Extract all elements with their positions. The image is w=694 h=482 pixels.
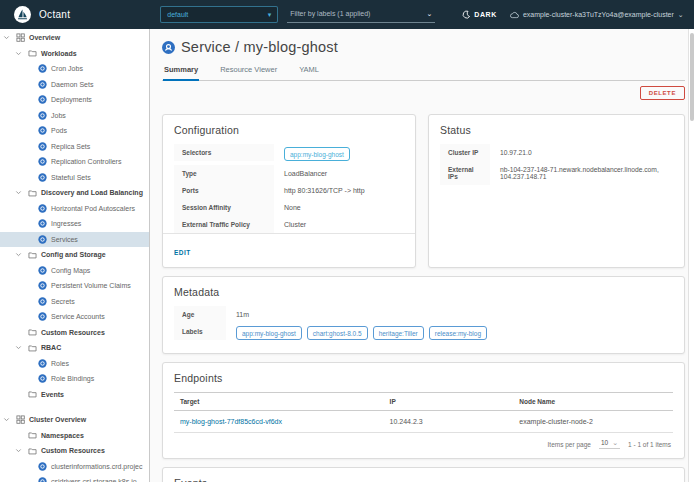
sidebar-item[interactable]: Cluster Overview [0, 412, 149, 428]
items-per-page-dropdown[interactable]: 10 ⌄ [599, 439, 620, 449]
page-title-text: Service / my-blog-ghost [181, 39, 338, 55]
sidebar-item[interactable]: Pods [0, 123, 149, 139]
namespace-dropdown[interactable]: default ▾ [160, 6, 278, 23]
status-row: External IPs nb-104-237-148-71.newark.no… [440, 161, 673, 185]
resource-icon [37, 219, 47, 229]
chevron-down-icon: ⌄ [612, 439, 618, 446]
sidebar-item[interactable]: Secrets [0, 294, 149, 310]
status-value: nb-104-237-148-71.newark.nodebalancer.li… [490, 161, 669, 185]
sidebar-item[interactable]: Replication Controllers [0, 154, 149, 170]
caret-down-icon[interactable] [15, 447, 27, 454]
resource-icon [37, 374, 47, 384]
label-badge[interactable]: release:my-blog [429, 326, 487, 340]
sidebar-item[interactable]: Roles [0, 356, 149, 372]
endpoint-row: my-blog-ghost-77df85c6cd-vf6dx 10.244.2.… [174, 411, 673, 433]
overview-icon [15, 415, 25, 425]
sidebar-item[interactable]: csidrivers.csi.storage.k8s.io [0, 474, 149, 482]
caret-down-icon[interactable] [15, 344, 27, 351]
sidebar-item[interactable]: clusterinformations.crd.projec [0, 459, 149, 475]
endpoint-ip: 10.244.2.3 [384, 411, 514, 433]
endpoints-column-header: Target [174, 393, 384, 411]
config-value: None [274, 199, 311, 216]
sidebar-item[interactable]: Service Accounts [0, 309, 149, 325]
sidebar-item[interactable]: Config Maps [0, 263, 149, 279]
context-selector[interactable]: example-cluster-ka3TuTzYo4a@example-clus… [510, 11, 684, 19]
sidebar-item-label: Horizontal Pod Autoscalers [51, 205, 135, 212]
main-content: Service / my-blog-ghost SummaryResource … [151, 29, 694, 482]
sidebar-item[interactable]: Deployments [0, 92, 149, 108]
sidebar-item[interactable]: RBAC [0, 340, 149, 356]
tab[interactable]: Resource Viewer [219, 65, 278, 80]
sidebar-item[interactable]: Role Bindings [0, 371, 149, 387]
sidebar-item[interactable]: Overview [0, 30, 149, 46]
caret-down-icon[interactable] [15, 50, 27, 57]
sidebar-item-label: Jobs [51, 112, 66, 119]
sidebar-item[interactable]: Custom Resources [0, 443, 149, 459]
tab[interactable]: Summary [163, 65, 199, 81]
sidebar-item[interactable]: Persistent Volume Claims [0, 278, 149, 294]
card-title: Metadata [174, 286, 673, 298]
configuration-table: Selectors app:my-blog-ghost Type LoadBal… [174, 144, 404, 233]
sidebar-item-label: Ingresses [51, 220, 81, 227]
metadata-row: Age 11m [174, 306, 673, 323]
metadata-label: Age [174, 306, 226, 323]
chevron-down-icon: ⌄ [678, 11, 684, 18]
endpoints-header-row: TargetIPNode Name [174, 393, 673, 411]
sidebar-item[interactable]: Replica Sets [0, 139, 149, 155]
sidebar-item[interactable]: Services [0, 232, 149, 248]
config-value: http 80:31626/TCP -> http [274, 182, 375, 199]
sidebar-item-label: Services [51, 236, 78, 243]
caret-down-icon[interactable] [15, 189, 27, 196]
resource-icon [37, 265, 47, 275]
config-value: LoadBalancer [274, 165, 337, 182]
sidebar-item[interactable]: Workloads [0, 46, 149, 62]
metadata-badges: app:my-blog-ghostchart:ghost-8.0.5herita… [226, 323, 497, 344]
folder-icon [27, 446, 37, 456]
label-filter-input[interactable]: Filter by labels (1 applied) ⌄ [287, 6, 435, 23]
folder-icon [27, 430, 37, 440]
configuration-card: Configuration Selectors app:my-blog-ghos… [162, 114, 416, 268]
theme-toggle[interactable]: DARK [462, 10, 497, 19]
app-header: Octant default ▾ Filter by labels (1 app… [0, 0, 694, 29]
folder-icon [27, 327, 37, 337]
sidebar-item-label: Pods [51, 127, 67, 134]
sidebar-item[interactable]: Namespaces [0, 428, 149, 444]
caret-down-icon[interactable] [3, 34, 15, 41]
delete-button[interactable]: DELETE [640, 86, 685, 100]
sidebar-item[interactable]: Config and Storage [0, 247, 149, 263]
scrollbar-thumb[interactable] [690, 33, 694, 121]
items-per-page-label: Items per page [548, 441, 591, 448]
sidebar-item-label: Replication Controllers [51, 158, 121, 165]
sidebar-item[interactable]: Ingresses [0, 216, 149, 232]
sidebar-item[interactable]: Cron Jobs [0, 61, 149, 77]
context-label: example-cluster-ka3TuTzYo4a@example-clus… [523, 11, 674, 18]
navigation-sidebar: Overview Workloads Cron Jobs Daemon Sets… [0, 29, 150, 482]
sidebar-item[interactable]: Custom Resources [0, 325, 149, 341]
sidebar-item[interactable]: Discovery and Load Balancing [0, 185, 149, 201]
label-badge[interactable]: heritage:Tiller [373, 326, 424, 340]
tab-bar: SummaryResource ViewerYAML [162, 65, 685, 81]
app-title: Octant [39, 9, 70, 20]
label-badge[interactable]: chart:ghost-8.0.5 [307, 326, 368, 340]
overview-icon [15, 33, 25, 43]
sidebar-item[interactable]: Horizontal Pod Autoscalers [0, 201, 149, 217]
selector-badge[interactable]: app:my-blog-ghost [284, 147, 350, 161]
tab[interactable]: YAML [298, 65, 320, 80]
sidebar-item[interactable]: Stateful Sets [0, 170, 149, 186]
sidebar-item-label: Workloads [41, 50, 77, 57]
vertical-scrollbar[interactable] [688, 29, 694, 482]
sidebar-item-label: Custom Resources [41, 329, 105, 336]
endpoint-target-link[interactable]: my-blog-ghost-77df85c6cd-vf6dx [180, 418, 282, 425]
label-badge[interactable]: app:my-blog-ghost [236, 326, 302, 340]
caret-down-icon[interactable] [3, 416, 15, 423]
resource-icon [37, 110, 47, 120]
sidebar-item[interactable]: Daemon Sets [0, 77, 149, 93]
metadata-card: Metadata Age 11m Labels app:my-blog-ghos… [162, 276, 685, 354]
edit-link[interactable]: EDIT [174, 249, 191, 256]
chevron-down-icon: ⌄ [426, 10, 432, 17]
resource-icon [37, 141, 47, 151]
sidebar-item[interactable]: Events [0, 387, 149, 403]
caret-down-icon[interactable] [15, 251, 27, 258]
sidebar-item-label: Cluster Overview [29, 416, 86, 423]
sidebar-item[interactable]: Jobs [0, 108, 149, 124]
